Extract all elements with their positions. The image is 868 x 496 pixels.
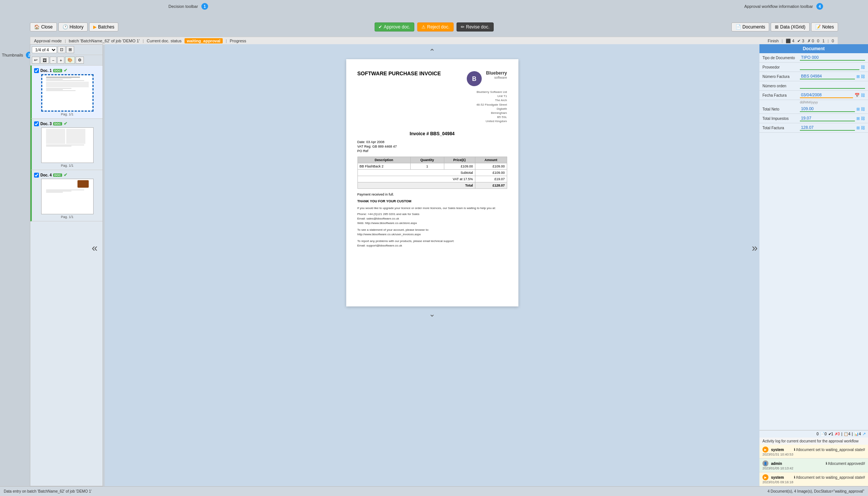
value-num-orden[interactable] [800, 83, 865, 89]
total-value: £128.07 [475, 182, 507, 188]
log-msg-2: #document approved# [828, 462, 865, 466]
scroll-down-arrow[interactable]: ⌄ [429, 309, 435, 318]
total-fac-grid-icon[interactable]: ⊞ [856, 125, 860, 130]
open-log-button[interactable]: ↗ [862, 432, 866, 436]
date-label: Date: [357, 140, 366, 144]
notes-tab-button[interactable]: 📝 Notes [811, 22, 838, 31]
close-button[interactable]: 🏠 Close [30, 22, 57, 31]
value-fecha-factura[interactable] [800, 92, 853, 98]
zero-count1: 0 [817, 39, 819, 43]
field-num-orden: Número orden [759, 81, 868, 91]
approval-workflow-bubble: 4 [816, 3, 823, 10]
page-selector[interactable]: 1/4 of 4 [32, 46, 57, 53]
actual-size-button[interactable]: ⊞ [66, 46, 74, 53]
thumbnail-doc4[interactable]: Doc. 4 DOC ✔ Pag. 1/1 [30, 170, 103, 221]
total-imp-link-icon[interactable]: ⛓ [861, 116, 865, 121]
settings-button[interactable]: ⚙ [76, 57, 84, 64]
logo-graphic: B [466, 70, 483, 88]
invoice-title: SOFTWARE PURCHASE INVOICE [357, 70, 441, 76]
total-neto-grid-icon[interactable]: ⊞ [856, 107, 860, 112]
input-fecha-factura[interactable] [800, 92, 853, 98]
input-num-factura[interactable] [800, 73, 855, 79]
thumbnail-doc3[interactable]: Doc. 3 DOC ✔ Pag. 1/1 [30, 119, 103, 170]
fecha-calendar-icon[interactable]: 📅 [855, 93, 860, 98]
total-neto-link-icon[interactable]: ⛓ [861, 107, 865, 112]
log-info-icon-2: ℹ [826, 462, 827, 465]
revise-button[interactable]: ✏ Revise doc. [457, 22, 494, 31]
batches-button[interactable]: ▶ Batches [89, 22, 118, 31]
right-toolbar-tabs: 📄 Documents ⊞ Data (XGrid) 📝 Notes [731, 22, 838, 31]
play-icon: ▶ [93, 24, 97, 30]
data-xgrid-tab-button[interactable]: ⊞ Data (XGrid) [771, 22, 809, 31]
value-proveedor[interactable] [800, 64, 859, 70]
subtotal-label: Subtotal [357, 169, 475, 176]
input-num-orden[interactable] [800, 83, 865, 89]
invoice-row-1: BB FlashBack 2 1 £109.00 £109.00 [357, 163, 507, 169]
doc3-thumbnail[interactable] [41, 127, 94, 163]
reject-button[interactable]: ⚠ Reject doc. [417, 22, 454, 31]
fit-page-button[interactable]: ⊡ [58, 46, 66, 53]
doc3-checkbox[interactable] [34, 121, 39, 126]
doc4-thumbnail[interactable] [41, 179, 94, 214]
system-avatar-1: ▶ [762, 447, 768, 453]
check-icon: ✔ [378, 24, 382, 30]
color-button[interactable]: 🎨 [65, 57, 75, 64]
documents-tab-button[interactable]: 📄 Documents [731, 22, 770, 31]
value-total-factura[interactable] [800, 125, 855, 131]
image-button[interactable]: 🖼 [40, 57, 49, 64]
input-proveedor[interactable] [800, 64, 859, 70]
label-total-neto: Total Neto [762, 107, 800, 111]
company-subtitle: software [486, 76, 507, 79]
status-badge: waiting_approval [185, 38, 223, 43]
thumbnail-doc1[interactable]: Doc. 1 DOC ✔ Pag. 1/1 [30, 66, 103, 119]
input-total-neto[interactable] [800, 106, 855, 112]
page-count: ⬛ 4 [786, 39, 794, 43]
num-factura-link-icon[interactable]: ⛓ [861, 74, 865, 79]
approval-workflow-label: Approval workflow information toolbar [744, 4, 813, 9]
value-tipo[interactable] [800, 55, 865, 61]
grid-icon: ⊞ [775, 24, 779, 30]
workflow-log: ▶ system ℹ #document set to waiting_appr… [759, 445, 868, 486]
proveedor-link-icon[interactable]: ⛓ [861, 65, 865, 69]
value-total-impuestos[interactable] [800, 115, 855, 121]
next-nav-arrow[interactable]: » [752, 242, 758, 254]
input-tipo[interactable] [800, 55, 865, 61]
total-fac-link-icon[interactable]: ⛓ [861, 125, 865, 130]
wf-icon-doc: 📄0 [820, 432, 827, 436]
invoice-table: Description Quantity Price(£) Amount BB … [357, 157, 507, 189]
col-description: Description [357, 157, 410, 163]
history-button[interactable]: 🕐 History [58, 22, 88, 31]
vat-label: VAT Reg: [357, 145, 372, 148]
doc1-checkbox[interactable] [34, 68, 39, 73]
label-num-factura: Número Factura [762, 75, 800, 79]
input-total-impuestos[interactable] [800, 115, 855, 121]
log-user-1: system [771, 448, 784, 452]
one-count: 1 [822, 39, 825, 43]
zoom-in-button[interactable]: + [57, 57, 64, 64]
zoom-out-button[interactable]: − [50, 57, 57, 64]
rotate-left-button[interactable]: ↩ [32, 57, 40, 64]
field-num-factura: Número Factura ⊞ ⛓ [759, 72, 868, 81]
wf-icon-4b: 📋4 [844, 432, 850, 436]
label-num-orden: Número orden [762, 84, 800, 88]
nav-top: ⌃ [105, 44, 759, 59]
workflow-panel: 0 📄0 ✔1 ✗0 | 📋4 | 📊4 ↗ Activity log for … [759, 430, 868, 486]
approve-button[interactable]: ✔ Approve doc. [374, 22, 414, 31]
value-num-factura[interactable] [800, 73, 855, 79]
finish-label: Finish [768, 39, 779, 43]
label-total-factura: Total Factura [762, 126, 800, 130]
fecha-link-icon[interactable]: ⛓ [861, 93, 865, 98]
input-total-factura[interactable] [800, 125, 855, 131]
prev-nav-arrow[interactable]: « [92, 242, 98, 254]
nav-bottom: ⌄ [105, 306, 759, 321]
doc1-thumbnail[interactable] [41, 74, 94, 112]
log-entry-1: ▶ system ℹ #document set to waiting_appr… [759, 445, 868, 459]
total-row: Total £128.07 [357, 182, 507, 188]
value-total-neto[interactable] [800, 106, 855, 112]
total-imp-grid-icon[interactable]: ⊞ [856, 116, 860, 121]
doc3-check: ✔ [64, 121, 67, 126]
scroll-up-arrow[interactable]: ⌃ [429, 47, 435, 56]
num-factura-grid-icon[interactable]: ⊞ [856, 74, 860, 79]
label-tipo: Tipo de Documento [762, 56, 800, 60]
doc4-checkbox[interactable] [34, 173, 39, 178]
